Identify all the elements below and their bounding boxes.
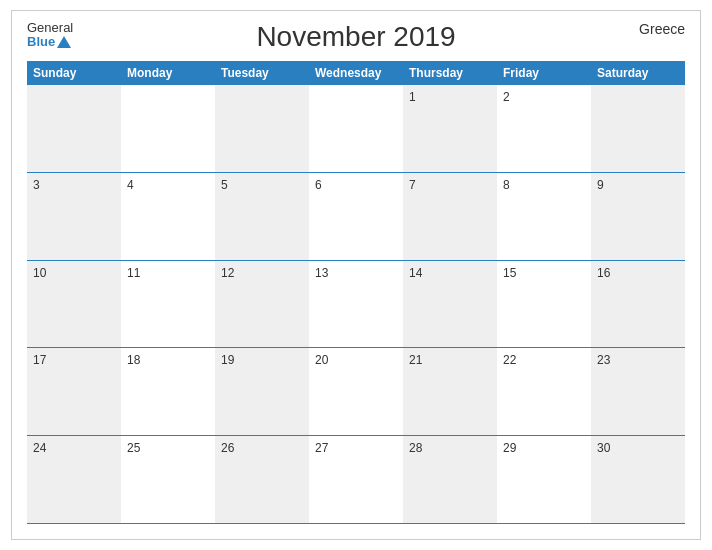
cell-w2-d6: 16 [591, 261, 685, 348]
country-label: Greece [639, 21, 685, 37]
day-number-21: 21 [409, 353, 422, 367]
cell-w1-d5: 8 [497, 173, 591, 260]
cell-w0-d2 [215, 85, 309, 172]
logo-general-text: General [27, 21, 73, 35]
day-number-4: 4 [127, 178, 134, 192]
calendar-header: General Blue November 2019 Greece [27, 21, 685, 53]
logo-triangle-icon [57, 36, 71, 48]
cell-w1-d4: 7 [403, 173, 497, 260]
cell-w4-d4: 28 [403, 436, 497, 523]
cell-w2-d0: 10 [27, 261, 121, 348]
cell-w4-d0: 24 [27, 436, 121, 523]
grid-body: 1234567891011121314151617181920212223242… [27, 85, 685, 524]
calendar-grid: Sunday Monday Tuesday Wednesday Thursday… [27, 61, 685, 524]
day-number-11: 11 [127, 266, 140, 280]
cell-w0-d0 [27, 85, 121, 172]
week-row-2: 10111213141516 [27, 261, 685, 349]
day-number-2: 2 [503, 90, 510, 104]
cell-w1-d0: 3 [27, 173, 121, 260]
day-number-24: 24 [33, 441, 46, 455]
grid-header: Sunday Monday Tuesday Wednesday Thursday… [27, 61, 685, 85]
cell-w2-d3: 13 [309, 261, 403, 348]
cell-w4-d3: 27 [309, 436, 403, 523]
logo-blue-text: Blue [27, 35, 73, 49]
cell-w0-d6 [591, 85, 685, 172]
header-wednesday: Wednesday [309, 61, 403, 85]
day-number-14: 14 [409, 266, 422, 280]
day-number-15: 15 [503, 266, 516, 280]
cell-w4-d2: 26 [215, 436, 309, 523]
cell-w1-d3: 6 [309, 173, 403, 260]
cell-w3-d3: 20 [309, 348, 403, 435]
day-number-12: 12 [221, 266, 234, 280]
week-row-1: 3456789 [27, 173, 685, 261]
cell-w2-d5: 15 [497, 261, 591, 348]
day-number-26: 26 [221, 441, 234, 455]
day-number-18: 18 [127, 353, 140, 367]
logo: General Blue [27, 21, 73, 50]
cell-w4-d6: 30 [591, 436, 685, 523]
day-number-25: 25 [127, 441, 140, 455]
header-tuesday: Tuesday [215, 61, 309, 85]
day-number-22: 22 [503, 353, 516, 367]
cell-w4-d5: 29 [497, 436, 591, 523]
cell-w3-d6: 23 [591, 348, 685, 435]
day-number-16: 16 [597, 266, 610, 280]
cell-w2-d4: 14 [403, 261, 497, 348]
cell-w2-d2: 12 [215, 261, 309, 348]
day-number-28: 28 [409, 441, 422, 455]
day-number-30: 30 [597, 441, 610, 455]
calendar-title: November 2019 [256, 21, 455, 53]
header-thursday: Thursday [403, 61, 497, 85]
day-number-23: 23 [597, 353, 610, 367]
day-number-19: 19 [221, 353, 234, 367]
day-number-27: 27 [315, 441, 328, 455]
cell-w4-d1: 25 [121, 436, 215, 523]
week-row-4: 24252627282930 [27, 436, 685, 524]
header-monday: Monday [121, 61, 215, 85]
week-row-0: 12 [27, 85, 685, 173]
cell-w1-d1: 4 [121, 173, 215, 260]
day-number-1: 1 [409, 90, 416, 104]
header-saturday: Saturday [591, 61, 685, 85]
cell-w0-d3 [309, 85, 403, 172]
day-number-10: 10 [33, 266, 46, 280]
day-number-5: 5 [221, 178, 228, 192]
day-number-20: 20 [315, 353, 328, 367]
cell-w2-d1: 11 [121, 261, 215, 348]
cell-w3-d4: 21 [403, 348, 497, 435]
week-row-3: 17181920212223 [27, 348, 685, 436]
cell-w1-d2: 5 [215, 173, 309, 260]
day-number-29: 29 [503, 441, 516, 455]
cell-w1-d6: 9 [591, 173, 685, 260]
day-number-13: 13 [315, 266, 328, 280]
day-number-17: 17 [33, 353, 46, 367]
header-friday: Friday [497, 61, 591, 85]
cell-w0-d5: 2 [497, 85, 591, 172]
cell-w3-d0: 17 [27, 348, 121, 435]
cell-w3-d1: 18 [121, 348, 215, 435]
header-sunday: Sunday [27, 61, 121, 85]
day-number-3: 3 [33, 178, 40, 192]
cell-w0-d1 [121, 85, 215, 172]
cell-w0-d4: 1 [403, 85, 497, 172]
calendar: General Blue November 2019 Greece Sunday… [11, 10, 701, 540]
day-number-7: 7 [409, 178, 416, 192]
day-number-8: 8 [503, 178, 510, 192]
day-number-6: 6 [315, 178, 322, 192]
cell-w3-d5: 22 [497, 348, 591, 435]
day-number-9: 9 [597, 178, 604, 192]
cell-w3-d2: 19 [215, 348, 309, 435]
